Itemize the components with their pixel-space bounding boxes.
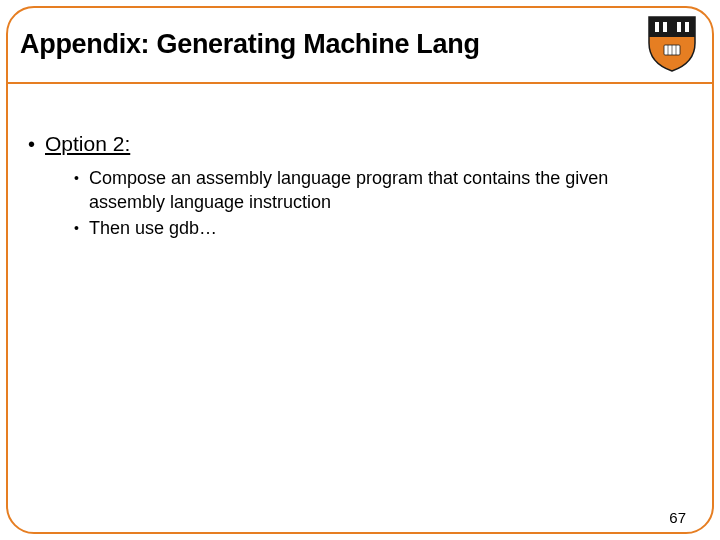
princeton-shield-icon — [644, 13, 700, 75]
bullet-dot-icon: • — [74, 216, 79, 240]
slide-frame — [6, 6, 714, 534]
svg-rect-3 — [685, 22, 689, 32]
bullet-dot-icon: • — [74, 166, 79, 190]
bullet-level2: • Then use gdb… — [74, 216, 692, 240]
slide-title: Appendix: Generating Machine Lang — [20, 29, 480, 60]
svg-rect-0 — [655, 22, 659, 32]
bullet-level2-text: Compose an assembly language program tha… — [89, 166, 649, 214]
svg-rect-2 — [677, 22, 681, 32]
bullet-level1: • Option 2: — [28, 130, 692, 158]
svg-rect-1 — [663, 22, 667, 32]
bullet-level1-text: Option 2: — [45, 130, 130, 158]
title-bar: Appendix: Generating Machine Lang — [6, 6, 714, 84]
page-number: 67 — [669, 509, 686, 526]
content-area: • Option 2: • Compose an assembly langua… — [28, 130, 692, 242]
bullet-level2: • Compose an assembly language program t… — [74, 166, 692, 214]
bullet-level2-text: Then use gdb… — [89, 216, 217, 240]
sub-bullet-list: • Compose an assembly language program t… — [74, 166, 692, 240]
bullet-dot-icon: • — [28, 130, 35, 158]
